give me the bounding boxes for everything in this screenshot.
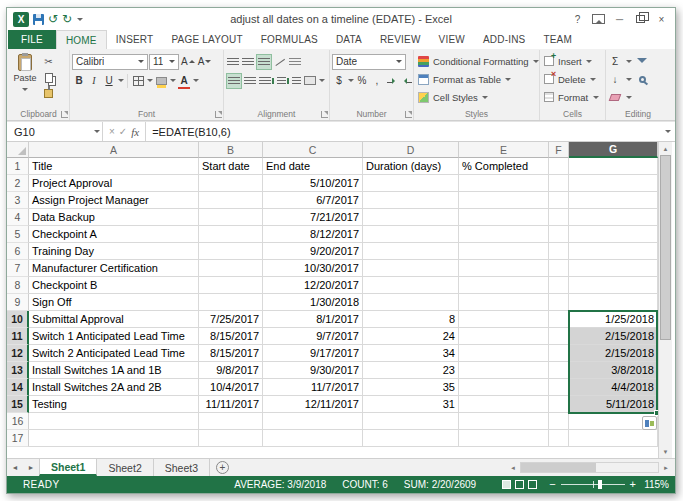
row-header-7[interactable]: 7 — [7, 260, 29, 277]
number-format-select[interactable]: Date — [332, 54, 406, 70]
cell-e2[interactable] — [459, 175, 549, 192]
column-header-d[interactable]: D — [363, 142, 459, 158]
cell-a4[interactable]: Data Backup — [29, 209, 199, 226]
cell-d8[interactable] — [363, 277, 459, 294]
cell-g12[interactable]: 2/15/2018 — [569, 345, 658, 362]
cell-b17[interactable] — [199, 430, 263, 447]
cell-a3[interactable]: Assign Project Manager — [29, 192, 199, 209]
cell-a1[interactable]: Title — [29, 158, 199, 175]
cell-g4[interactable] — [569, 209, 658, 226]
status-count[interactable]: COUNT: 6 — [342, 479, 388, 490]
format-painter-button[interactable] — [44, 87, 53, 100]
cell-b3[interactable] — [199, 192, 263, 209]
hscroll-thumb[interactable] — [521, 463, 596, 472]
row-header-3[interactable]: 3 — [7, 192, 29, 209]
ribbon-tab-view[interactable]: VIEW — [430, 30, 474, 49]
cell-g10[interactable]: 1/25/2018 — [569, 311, 658, 328]
cell-e13[interactable] — [459, 362, 549, 379]
normal-view-icon[interactable] — [502, 480, 511, 489]
page-layout-view-icon[interactable] — [515, 480, 524, 489]
cell-d1[interactable]: Duration (days) — [363, 158, 459, 175]
column-header-c[interactable]: C — [263, 142, 363, 158]
cancel-icon[interactable]: × — [109, 126, 115, 137]
currency-icon[interactable]: $ — [332, 73, 346, 89]
font-dialog-launcher-icon[interactable] — [215, 111, 222, 118]
cell-b2[interactable] — [199, 175, 263, 192]
cell-f14[interactable] — [549, 379, 569, 396]
cell-c2[interactable]: 5/10/2017 — [263, 175, 363, 192]
row-header-9[interactable]: 9 — [7, 294, 29, 311]
sort-filter-button[interactable] — [635, 53, 649, 69]
cell-d6[interactable] — [363, 243, 459, 260]
row-header-4[interactable]: 4 — [7, 209, 29, 226]
font-name-select[interactable]: Calibri — [72, 54, 148, 70]
cell-d2[interactable] — [363, 175, 459, 192]
cell-e6[interactable] — [459, 243, 549, 260]
zoom-slider-thumb[interactable] — [598, 480, 602, 489]
cell-f9[interactable] — [549, 294, 569, 311]
clipboard-dialog-launcher-icon[interactable] — [61, 111, 68, 118]
cell-f15[interactable] — [549, 396, 569, 413]
cell-f13[interactable] — [549, 362, 569, 379]
cell-f1[interactable] — [549, 158, 569, 175]
cell-e5[interactable] — [459, 226, 549, 243]
cell-b6[interactable] — [199, 243, 263, 260]
page-break-view-icon[interactable] — [528, 480, 537, 489]
cell-b13[interactable]: 9/8/2017 — [199, 362, 263, 379]
row-header-10[interactable]: 10 — [7, 311, 29, 328]
ribbon-tab-add-ins[interactable]: ADD-INS — [474, 30, 535, 49]
sheet-nav-right-icon[interactable]: ► — [23, 459, 39, 476]
cell-g15[interactable]: 5/11/2018 — [569, 396, 658, 413]
cell-d3[interactable] — [363, 192, 459, 209]
row-header-16[interactable]: 16 — [7, 413, 29, 430]
cell-a12[interactable]: Switch 2 Anticipated Lead Time — [29, 345, 199, 362]
cell-e17[interactable] — [459, 430, 549, 447]
conditional-formatting-button[interactable]: Conditional Formatting — [416, 52, 537, 70]
row-header-12[interactable]: 12 — [7, 345, 29, 362]
cell-b10[interactable]: 7/25/2017 — [199, 311, 263, 328]
cell-b9[interactable] — [199, 294, 263, 311]
borders-button[interactable] — [131, 73, 145, 89]
cell-f5[interactable] — [549, 226, 569, 243]
cell-f6[interactable] — [549, 243, 569, 260]
cell-g14[interactable]: 4/4/2018 — [569, 379, 658, 396]
vscroll-down-icon[interactable]: ▼ — [659, 445, 672, 458]
autosum-button[interactable]: Σ — [608, 53, 622, 69]
insert-function-icon[interactable]: fx — [131, 126, 139, 138]
number-dialog-launcher-icon[interactable] — [405, 111, 412, 118]
cell-g13[interactable]: 3/8/2018 — [569, 362, 658, 379]
cell-e10[interactable] — [459, 311, 549, 328]
decrease-indent-button[interactable] — [273, 73, 287, 89]
column-header-e[interactable]: E — [459, 142, 549, 158]
ribbon-tab-review[interactable]: REVIEW — [371, 30, 430, 49]
zoom-slider[interactable] — [561, 484, 625, 485]
cell-e14[interactable] — [459, 379, 549, 396]
vscroll-up-icon[interactable]: ▲ — [659, 142, 672, 155]
cell-c7[interactable]: 10/30/2017 — [263, 260, 363, 277]
cell-b8[interactable] — [199, 277, 263, 294]
sheet-tab-sheet2[interactable]: Sheet2 — [97, 459, 153, 476]
increase-decimal-button[interactable] — [385, 73, 399, 89]
cell-a11[interactable]: Switch 1 Anticipated Lead Time — [29, 328, 199, 345]
cell-a10[interactable]: Submittal Approval — [29, 311, 199, 328]
cell-d13[interactable]: 23 — [363, 362, 459, 379]
cell-c17[interactable] — [263, 430, 363, 447]
sheet-tab-sheet3[interactable]: Sheet3 — [154, 459, 210, 476]
cell-e9[interactable] — [459, 294, 549, 311]
delete-button[interactable]: Delete — [542, 70, 603, 88]
alignment-dialog-launcher-icon[interactable] — [321, 111, 328, 118]
zoom-in-icon[interactable]: + — [630, 479, 636, 490]
font-color-dropdown-icon[interactable] — [192, 75, 199, 87]
name-box-dropdown-icon[interactable] — [93, 126, 100, 138]
zoom-out-icon[interactable]: − — [549, 479, 555, 490]
wrap-text-button[interactable] — [288, 54, 302, 70]
cell-d7[interactable] — [363, 260, 459, 277]
cell-c8[interactable]: 12/20/2017 — [263, 277, 363, 294]
cell-a13[interactable]: Install Switches 1A and 1B — [29, 362, 199, 379]
ribbon-tab-data[interactable]: DATA — [327, 30, 371, 49]
cell-e7[interactable] — [459, 260, 549, 277]
cell-b1[interactable]: Start date — [199, 158, 263, 175]
restore-icon[interactable] — [630, 10, 651, 28]
ribbon-tab-file[interactable]: FILE — [8, 30, 56, 49]
save-icon[interactable] — [33, 14, 44, 25]
